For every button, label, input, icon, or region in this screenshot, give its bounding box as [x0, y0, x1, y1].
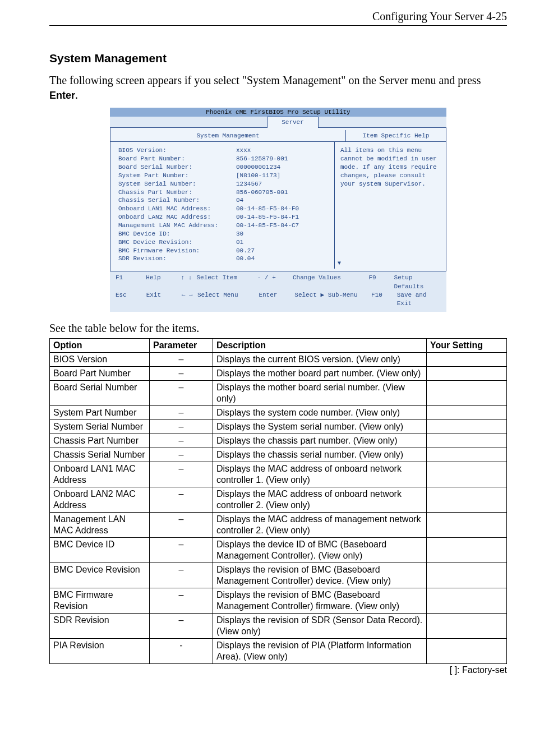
cell-description: Displays the revision of BMC (Baseboard …: [213, 588, 427, 613]
bios-value: 00-14-85-F5-84-C7: [236, 222, 299, 230]
tab-spacer: [319, 117, 446, 128]
intro-post: .: [75, 89, 78, 101]
bios-value: 00.27: [236, 247, 255, 255]
footer-label: Select ▶ Sub-Menu: [294, 291, 371, 308]
intro-bold: Enter: [49, 90, 75, 101]
bios-value: xxxx: [236, 146, 251, 155]
cell-option: Onboard LAN1 MAC Address: [50, 462, 150, 487]
cell-option: SDR Revision: [50, 613, 150, 638]
bios-footer: F1 Help ↑ ↓ Select Item - / + Change Val…: [110, 271, 446, 312]
table-row: Management LAN MAC Address–Displays the …: [50, 512, 507, 537]
bios-key: SDR Revision:: [118, 255, 236, 263]
cell-option: System Serial Number: [50, 420, 150, 434]
cell-option: Board Serial Number: [50, 380, 150, 405]
cell-your-setting: [427, 512, 507, 537]
cell-your-setting: [427, 448, 507, 462]
bios-value: 00-14-85-F5-84-F1: [236, 213, 299, 222]
cell-parameter: –: [150, 588, 213, 613]
cell-parameter: –: [150, 405, 213, 420]
bios-key: Board Serial Number:: [118, 163, 236, 172]
cell-parameter: –: [150, 563, 213, 588]
bios-value: 000000001234: [236, 163, 280, 172]
footer-label: Change Values: [293, 274, 368, 291]
th-description: Description: [213, 338, 427, 352]
cell-your-setting: [427, 613, 507, 638]
bios-title: Phoenix cME FirstBIOS Pro Setup Utility: [110, 108, 446, 117]
bios-kv-row: BMC Device ID:30: [118, 230, 329, 238]
bios-kv-row: Chassis Part Number:856-060705-001: [118, 188, 329, 197]
bios-kv-row: Onboard LAN1 MAC Address:00-14-85-F5-84-…: [118, 205, 329, 213]
page-header-text: Configuring Your Server 4-25: [372, 10, 507, 22]
cell-parameter: –: [150, 462, 213, 487]
footer-label: Setup Defaults: [394, 274, 441, 291]
cell-parameter: –: [150, 512, 213, 537]
th-your-setting: Your Setting: [427, 338, 507, 352]
table-row: Onboard LAN1 MAC Address–Displays the MA…: [50, 462, 507, 487]
bios-kv-list: BIOS Version:xxxxBoard Part Number:856-1…: [110, 142, 334, 269]
table-row: SDR Revision–Displays the revision of SD…: [50, 613, 507, 638]
intro-pre: The following screen appears if you sele…: [49, 74, 481, 86]
bios-key: BMC Device ID:: [118, 230, 236, 238]
table-row: Onboard LAN2 MAC Address–Displays the MA…: [50, 487, 507, 512]
table-row: BMC Firmware Revision–Displays the revis…: [50, 588, 507, 613]
cell-description: Displays the chassis part number. (View …: [213, 434, 427, 448]
table-row: Board Serial Number–Displays the mother …: [50, 380, 507, 405]
cell-your-setting: [427, 420, 507, 434]
cell-option: BMC Device ID: [50, 537, 150, 563]
table-row: System Serial Number–Displays the System…: [50, 420, 507, 434]
bios-value: 30: [236, 230, 243, 238]
cell-description: Displays the device ID of BMC (Baseboard…: [213, 537, 427, 563]
bios-value: 856-060705-001: [236, 188, 288, 197]
cell-option: BIOS Version: [50, 352, 150, 366]
footer-key: ← →: [177, 291, 197, 308]
bios-value: 1234567: [236, 180, 262, 188]
footer-key: F9: [368, 274, 394, 291]
footer-label: Select Item: [196, 274, 257, 291]
footer-label: Select Menu: [197, 291, 259, 308]
bios-body-inner: System Management Item Specific Help BIO…: [110, 128, 446, 271]
bios-footer-row: F1 Help ↑ ↓ Select Item - / + Change Val…: [116, 274, 441, 291]
bios-value: 856-125879-001: [236, 155, 288, 163]
cell-parameter: –: [150, 420, 213, 434]
bios-subheader-right: Item Specific Help: [345, 130, 446, 141]
bios-key: BIOS Version:: [118, 146, 236, 155]
cell-your-setting: [427, 487, 507, 512]
bios-kv-row: Board Serial Number:000000001234: [118, 163, 329, 172]
footer-key: F10: [371, 291, 397, 308]
bios-kv-row: Board Part Number:856-125879-001: [118, 155, 329, 163]
bios-kv-row: System Part Number:[N8100-1173]: [118, 172, 329, 180]
tab-server: Server: [267, 117, 319, 128]
bios-key: Board Part Number:: [118, 155, 236, 163]
cell-description: Displays the MAC address of management n…: [213, 512, 427, 537]
cell-description: Displays the revision of BMC (Baseboard …: [213, 563, 427, 588]
cell-your-setting: [427, 405, 507, 420]
footer-key: Esc: [116, 291, 146, 308]
bios-body: System Management Item Specific Help BIO…: [110, 128, 446, 271]
section-title: System Management: [49, 52, 507, 65]
bios-value: 04: [236, 196, 243, 205]
cell-parameter: –: [150, 352, 213, 366]
bios-kv-row: SDR Revision:00.04: [118, 255, 329, 263]
cell-description: Displays the current BIOS version. (View…: [213, 352, 427, 366]
cell-option: Chassis Part Number: [50, 434, 150, 448]
bios-value: 00-14-85-F5-84-F0: [236, 205, 299, 213]
cell-parameter: –: [150, 613, 213, 638]
cell-option: System Part Number: [50, 405, 150, 420]
bios-tab-bar: Server: [110, 117, 446, 128]
footer-key: Enter: [259, 291, 294, 308]
bios-kv-row: BMC Firmware Revision:00.27: [118, 247, 329, 255]
cell-your-setting: [427, 380, 507, 405]
footer-label: Exit: [146, 291, 177, 308]
cell-your-setting: [427, 352, 507, 366]
cell-parameter: –: [150, 537, 213, 563]
cell-your-setting: [427, 462, 507, 487]
cell-option: Chassis Serial Number: [50, 448, 150, 462]
bios-subheader: System Management Item Specific Help: [110, 130, 446, 141]
footer-key: ↑ ↓: [176, 274, 196, 291]
bios-screenshot-wrapper: Phoenix cME FirstBIOS Pro Setup Utility …: [49, 108, 507, 311]
cell-your-setting: [427, 588, 507, 613]
table-row: Chassis Serial Number–Displays the chass…: [50, 448, 507, 462]
table-caption: See the table below for the items.: [49, 322, 507, 335]
cell-option: Board Part Number: [50, 366, 150, 380]
tab-spacer: [110, 117, 267, 128]
